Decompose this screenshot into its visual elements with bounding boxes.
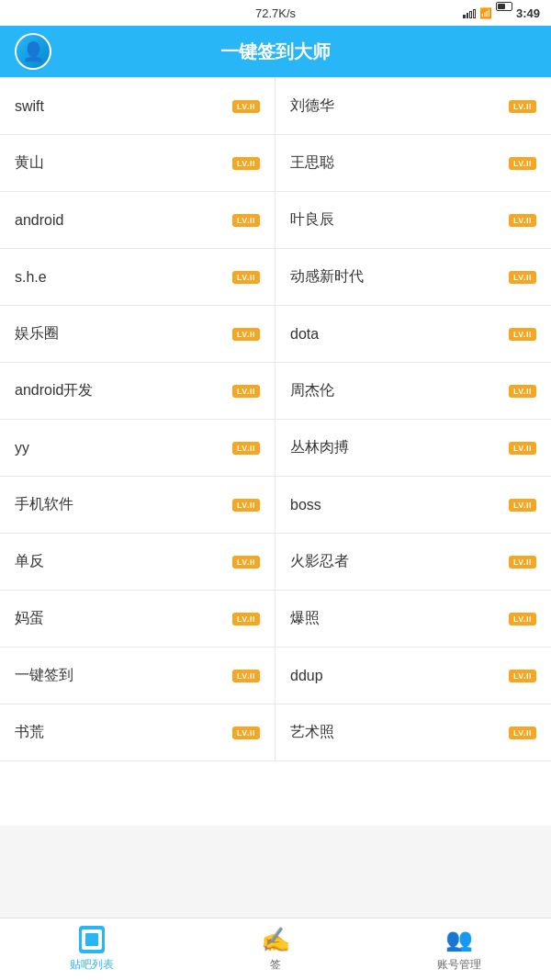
list-item[interactable]: 叶良辰 LV.II (276, 192, 551, 249)
list-item[interactable]: android LV.II (0, 192, 276, 249)
list-item[interactable]: 单反 LV.II (0, 534, 276, 591)
level-badge: LV.II (509, 385, 536, 398)
item-name: 单反 (15, 552, 225, 571)
item-name: 丛林肉搏 (290, 438, 501, 457)
level-badge: LV.II (509, 442, 536, 455)
item-name: 书荒 (15, 723, 225, 742)
item-name: swift (15, 98, 225, 115)
item-name: 周杰伦 (290, 381, 501, 400)
list-item[interactable]: 艺术照 LV.II (276, 704, 551, 761)
content-area: swift LV.II 刘德华 LV.II 黄山 LV.II 王思聪 LV.II… (0, 77, 551, 826)
list-item[interactable]: ddup LV.II (276, 648, 551, 704)
wifi-icon: 📶 (479, 7, 492, 19)
item-name: 艺术照 (290, 723, 501, 742)
list-item[interactable]: 王思聪 LV.II (276, 135, 551, 192)
level-badge: LV.II (232, 157, 260, 170)
signal-icon (463, 8, 476, 18)
item-name: s.h.e (15, 269, 225, 286)
item-name: 一键签到 (15, 666, 225, 685)
item-name: android (15, 212, 225, 229)
level-badge: LV.II (232, 670, 260, 682)
level-badge: LV.II (232, 271, 260, 284)
header: 👤 一键签到大师 (0, 26, 551, 77)
nav-account[interactable]: 👥 账号管理 (367, 918, 551, 980)
avatar: 👤 (15, 33, 51, 70)
list-item[interactable]: 火影忍者 LV.II (276, 534, 551, 591)
level-badge: LV.II (509, 100, 536, 113)
nav-tieba-list-label: 贴吧列表 (70, 957, 114, 973)
item-name: 王思聪 (290, 153, 501, 173)
account-icon: 👥 (445, 926, 473, 953)
level-badge: LV.II (232, 385, 260, 398)
battery-icon (496, 2, 512, 24)
list-item[interactable]: dota LV.II (276, 306, 551, 363)
sign-icon: ✍ (262, 926, 289, 953)
list-item[interactable]: swift LV.II (0, 78, 276, 135)
nav-sign-label: 签 (270, 957, 281, 973)
network-speed: 72.7K/s (255, 6, 296, 20)
level-badge: LV.II (232, 100, 260, 113)
bottom-nav: 贴吧列表 ✍ 签 👥 账号管理 (0, 918, 551, 980)
tieba-list-icon (78, 926, 106, 953)
item-name: 叶良辰 (290, 210, 501, 230)
item-name: android开发 (15, 381, 225, 400)
item-name: 动感新时代 (290, 267, 501, 287)
page-title: 一键签到大师 (220, 39, 331, 64)
list-item[interactable]: 一键签到 LV.II (0, 648, 276, 704)
list-item[interactable]: s.h.e LV.II (0, 249, 276, 306)
level-badge: LV.II (509, 556, 536, 569)
level-badge: LV.II (509, 499, 536, 512)
status-icons: 📶 3:49 (463, 2, 540, 24)
list-item[interactable]: 爆照 LV.II (276, 591, 551, 648)
list-item[interactable]: 手机软件 LV.II (0, 477, 276, 534)
level-badge: LV.II (232, 727, 260, 739)
level-badge: LV.II (232, 613, 260, 625)
level-badge: LV.II (509, 271, 536, 284)
list-item[interactable]: 周杰伦 LV.II (276, 363, 551, 420)
list-item[interactable]: 娱乐圈 LV.II (0, 306, 276, 363)
status-bar: 72.7K/s 📶 3:49 (0, 0, 551, 26)
nav-tieba-list[interactable]: 贴吧列表 (0, 918, 184, 980)
level-badge: LV.II (232, 499, 260, 512)
nav-sign[interactable]: ✍ 签 (184, 918, 367, 980)
list-item[interactable]: 书荒 LV.II (0, 704, 276, 761)
level-badge: LV.II (509, 613, 536, 625)
item-name: 爆照 (290, 609, 501, 628)
item-name: 黄山 (15, 153, 225, 173)
level-badge: LV.II (509, 214, 536, 227)
list-item[interactable]: yy LV.II (0, 420, 276, 477)
item-name: 妈蛋 (15, 609, 225, 628)
list-item[interactable]: android开发 LV.II (0, 363, 276, 420)
item-name: 手机软件 (15, 495, 225, 514)
level-badge: LV.II (509, 727, 536, 739)
level-badge: LV.II (232, 442, 260, 455)
list-item[interactable]: 妈蛋 LV.II (0, 591, 276, 648)
list-item[interactable]: boss LV.II (276, 477, 551, 534)
item-name: ddup (290, 668, 501, 684)
item-name: 娱乐圈 (15, 324, 225, 344)
item-grid: swift LV.II 刘德华 LV.II 黄山 LV.II 王思聪 LV.II… (0, 77, 551, 761)
avatar-inner: 👤 (17, 35, 50, 68)
list-item[interactable]: 刘德华 LV.II (276, 78, 551, 135)
list-item[interactable]: 黄山 LV.II (0, 135, 276, 192)
item-name: 火影忍者 (290, 552, 501, 571)
level-badge: LV.II (509, 670, 536, 682)
list-item[interactable]: 动感新时代 LV.II (276, 249, 551, 306)
level-badge: LV.II (509, 328, 536, 341)
nav-account-label: 账号管理 (437, 957, 481, 973)
item-name: dota (290, 326, 501, 343)
level-badge: LV.II (232, 214, 260, 227)
time-display: 3:49 (516, 6, 540, 20)
level-badge: LV.II (232, 556, 260, 569)
item-name: yy (15, 440, 225, 456)
level-badge: LV.II (232, 328, 260, 341)
item-name: 刘德华 (290, 96, 501, 116)
item-name: boss (290, 497, 501, 513)
list-item[interactable]: 丛林肉搏 LV.II (276, 420, 551, 477)
level-badge: LV.II (509, 157, 536, 170)
